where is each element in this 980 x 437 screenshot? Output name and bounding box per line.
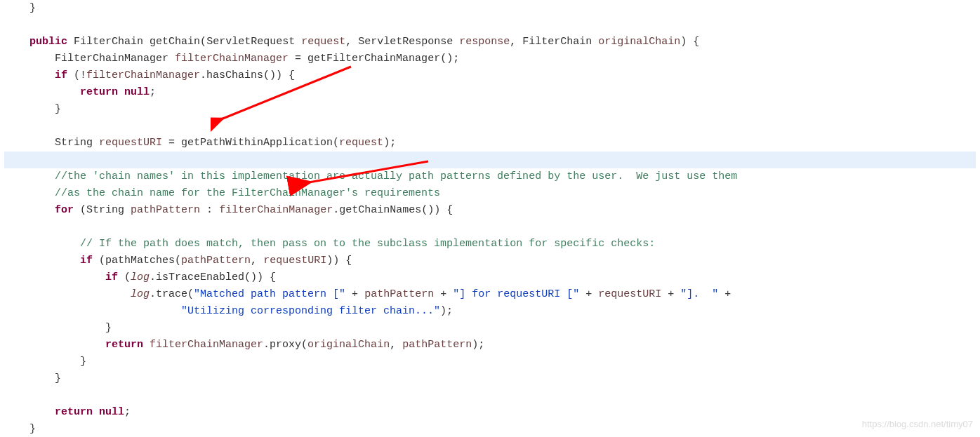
code-line[interactable] <box>4 387 976 404</box>
code-line[interactable] <box>4 118 976 135</box>
code-line[interactable]: for (String pathPattern : filterChainMan… <box>4 202 976 219</box>
type-ServletResponse: ServletResponse <box>358 36 453 48</box>
keyword-for: for <box>55 204 74 216</box>
var-requestURI: requestURI <box>99 137 162 149</box>
var-pathPattern: pathPattern <box>131 204 200 216</box>
code-line[interactable]: if (pathMatches(pathPattern, requestURI)… <box>4 253 976 269</box>
code-line[interactable]: if (log.isTraceEnabled()) { <box>4 269 976 286</box>
var-pathPattern: pathPattern <box>364 288 434 300</box>
keyword-public: public <box>29 36 67 48</box>
comment: //the 'chain names' in this implementati… <box>55 170 737 182</box>
type-FilterChainManager: FilterChainManager <box>55 53 168 65</box>
param-originalChain: originalChain <box>598 36 680 48</box>
type-ServletRequest: ServletRequest <box>206 36 295 48</box>
var-requestURI: requestURI <box>598 288 661 300</box>
code-line[interactable]: } <box>4 320 976 337</box>
type-FilterChain: FilterChain <box>74 36 143 48</box>
method-getChain: getChain <box>150 36 200 48</box>
keyword-return: return null <box>55 406 124 418</box>
code-line[interactable] <box>4 17 976 34</box>
code-line[interactable]: // If the path does match, then pass on … <box>4 236 976 253</box>
var-requestURI: requestURI <box>263 255 326 267</box>
code-line[interactable]: return filterChainManager.proxy(original… <box>4 337 976 354</box>
code-line[interactable]: FilterChainManager filterChainManager = … <box>4 51 976 67</box>
code-line[interactable]: } <box>4 101 976 118</box>
type-FilterChain: FilterChain <box>522 36 592 48</box>
string-literal: "] for requestURI [" <box>453 288 579 300</box>
type-String: String <box>55 137 93 149</box>
keyword-return: return <box>105 339 143 351</box>
keyword-return: return null <box>80 86 150 98</box>
string-literal: "Matched path pattern [" <box>194 288 345 300</box>
param-request: request <box>301 36 345 48</box>
code-line[interactable]: String requestURI = getPathWithinApplica… <box>4 135 976 152</box>
keyword-if: if <box>80 255 93 267</box>
var-filterChainManager: filterChainManager <box>150 339 263 351</box>
code-line[interactable]: public FilterChain getChain(ServletReque… <box>4 34 976 51</box>
code-line[interactable]: if (!filterChainManager.hasChains()) { <box>4 67 976 84</box>
code-line[interactable]: log.trace("Matched path pattern [" + pat… <box>4 286 976 303</box>
var-log: log <box>131 271 150 283</box>
code-line[interactable]: //as the chain name for the FilterChainM… <box>4 185 976 202</box>
highlighted-line[interactable] <box>4 152 976 168</box>
string-literal: "]. " <box>680 288 718 300</box>
var-pathPattern: pathPattern <box>402 339 472 351</box>
param-request: request <box>339 137 383 149</box>
param-originalChain: originalChain <box>307 339 390 351</box>
code-line[interactable]: } <box>4 370 976 387</box>
param-response: response <box>459 36 510 48</box>
string-literal: "Utilizing corresponding filter chain...… <box>181 305 440 317</box>
code-line[interactable]: return null; <box>4 84 976 101</box>
comment: //as the chain name for the FilterChainM… <box>55 187 440 199</box>
code-line[interactable]: } <box>4 421 976 437</box>
var-filterChainManager: filterChainManager <box>175 53 289 65</box>
code-line[interactable]: "Utilizing corresponding filter chain...… <box>4 303 976 320</box>
code-line[interactable] <box>4 219 976 236</box>
var-log: log <box>131 288 150 300</box>
comment: // If the path does match, then pass on … <box>80 238 655 250</box>
code-line[interactable]: //the 'chain names' in this implementati… <box>4 168 976 185</box>
code-line[interactable]: } <box>4 354 976 370</box>
code-line[interactable]: } <box>4 0 976 17</box>
code-line[interactable]: return null; <box>4 404 976 421</box>
code-editor-viewport[interactable]: } public FilterChain getChain(ServletReq… <box>0 0 980 437</box>
var-pathPattern: pathPattern <box>181 255 251 267</box>
watermark: https://blog.csdn.net/timy07 <box>862 416 973 433</box>
var-filterChainManager: filterChainManager <box>86 69 200 81</box>
keyword-if: if <box>105 271 118 283</box>
type-String: String <box>86 204 124 216</box>
var-filterChainManager: filterChainManager <box>219 204 333 216</box>
keyword-if: if <box>55 69 67 81</box>
